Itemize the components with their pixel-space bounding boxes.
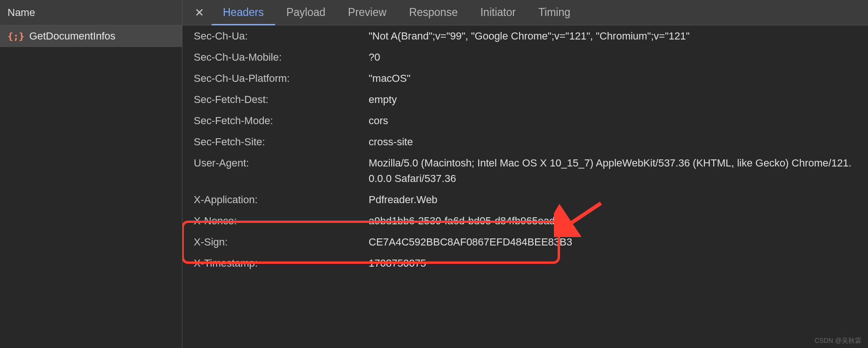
header-row: X-Timestamp:1708750075 <box>190 253 860 274</box>
header-value: 1708750075 <box>369 255 857 271</box>
header-name: Sec-Ch-Ua-Platform: <box>194 71 369 86</box>
header-row: Sec-Fetch-Site:cross-site <box>190 131 860 152</box>
tab-response[interactable]: Response <box>398 0 469 25</box>
header-row: Sec-Fetch-Dest:empty <box>190 89 860 110</box>
watermark: CSDN @吴秋霖 <box>814 337 861 345</box>
close-icon[interactable]: ✕ <box>187 2 212 23</box>
header-name: Sec-Ch-Ua: <box>194 28 369 44</box>
tab-timing[interactable]: Timing <box>527 0 582 25</box>
tab-payload[interactable]: Payload <box>275 0 337 25</box>
header-name: Sec-Ch-Ua-Mobile: <box>194 49 369 65</box>
header-name: X-Sign: <box>194 234 369 250</box>
header-value: a9bd1bb6-2530-fa6d-bd05-d84fb965eade <box>369 213 857 229</box>
header-value: cors <box>369 113 857 128</box>
json-icon: {;} <box>8 31 24 42</box>
header-row: Sec-Ch-Ua:"Not A(Brand";v="99", "Google … <box>190 25 860 47</box>
header-name: User-Agent: <box>194 155 369 186</box>
header-value: cross-site <box>369 134 857 150</box>
header-row: Sec-Ch-Ua-Mobile:?0 <box>190 47 860 68</box>
header-row: User-Agent:Mozilla/5.0 (Macintosh; Intel… <box>190 152 860 189</box>
header-name: X-Nonce: <box>194 213 369 229</box>
request-item[interactable]: {;} GetDocumentInfos <box>0 25 182 47</box>
header-row: X-Application:Pdfreader.Web <box>190 189 860 210</box>
top-bar: Name ✕ HeadersPayloadPreviewResponseInit… <box>0 0 868 25</box>
request-name: GetDocumentInfos <box>29 30 115 42</box>
header-row: Sec-Fetch-Mode:cors <box>190 110 860 131</box>
request-sidebar: {;} GetDocumentInfos <box>0 25 182 348</box>
header-name: X-Application: <box>194 192 369 207</box>
header-value: Mozilla/5.0 (Macintosh; Intel Mac OS X 1… <box>369 155 857 186</box>
header-name: X-Timestamp: <box>194 255 369 271</box>
header-value: CE7A4C592BBC8AF0867EFD484BEE83B3 <box>369 234 857 250</box>
sidebar-header-label: Name <box>8 7 35 19</box>
main-area: {;} GetDocumentInfos Sec-Ch-Ua:"Not A(Br… <box>0 25 868 348</box>
header-name: Sec-Fetch-Dest: <box>194 92 369 107</box>
tab-preview[interactable]: Preview <box>337 0 398 25</box>
tab-initiator[interactable]: Initiator <box>469 0 527 25</box>
tabs-bar: ✕ HeadersPayloadPreviewResponseInitiator… <box>182 0 868 25</box>
header-value: empty <box>369 92 857 107</box>
sidebar-header: Name <box>0 0 182 25</box>
tab-headers[interactable]: Headers <box>212 0 275 25</box>
header-value: ?0 <box>369 49 857 65</box>
header-name: Sec-Fetch-Site: <box>194 134 369 150</box>
header-value: "macOS" <box>369 71 857 86</box>
headers-content: Sec-Ch-Ua:"Not A(Brand";v="99", "Google … <box>182 25 868 348</box>
header-value: Pdfreader.Web <box>369 192 857 207</box>
header-row: Sec-Ch-Ua-Platform:"macOS" <box>190 68 860 89</box>
header-row: X-Sign:CE7A4C592BBC8AF0867EFD484BEE83B3 <box>190 231 860 253</box>
header-value: "Not A(Brand";v="99", "Google Chrome";v=… <box>369 28 857 44</box>
header-row: X-Nonce:a9bd1bb6-2530-fa6d-bd05-d84fb965… <box>190 210 860 231</box>
header-name: Sec-Fetch-Mode: <box>194 113 369 128</box>
